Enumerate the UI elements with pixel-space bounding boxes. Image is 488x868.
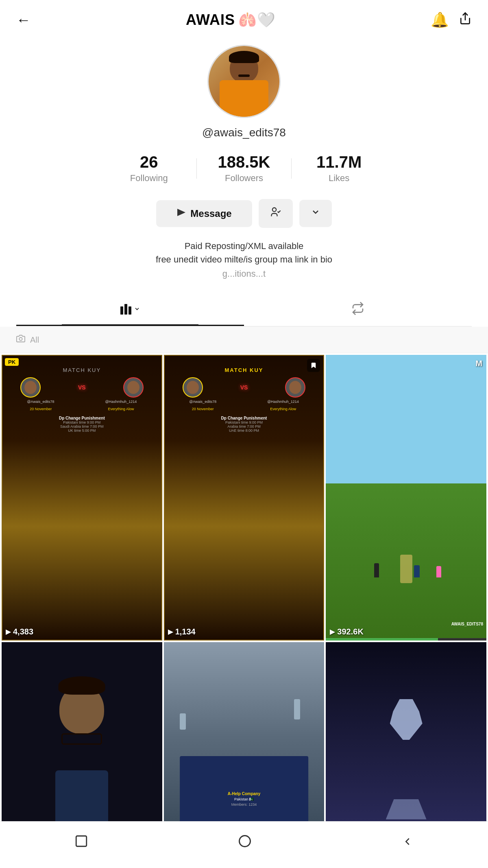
triangle-back-icon	[401, 835, 414, 851]
likes-count: 11.7M	[292, 153, 386, 171]
likes-label: Likes	[292, 173, 386, 184]
followers-stat[interactable]: 188.5K Followers	[197, 149, 292, 188]
watermark-3: AWAIS_EDITS78	[451, 622, 483, 626]
svg-point-4	[239, 836, 250, 847]
message-label: Message	[190, 208, 231, 219]
followers-count: 188.5K	[197, 153, 292, 171]
nav-back-button[interactable]	[389, 831, 426, 855]
header: ← AWAIS 🫁🤍 🔔	[0, 0, 488, 37]
video-thumb-2[interactable]: MATCH KUY VS @Awais_edits78 @Hashmhuh_12…	[164, 355, 325, 641]
bell-icon: 🔔	[431, 11, 449, 28]
circle-icon	[237, 836, 252, 851]
tab-grid-chevron	[134, 304, 140, 315]
video-grid: PK MATCH KUY VS @Awais_edits78 @Hashmhuh	[0, 353, 488, 868]
play-count-1: ▶ 4,383	[6, 627, 33, 636]
share-button[interactable]	[459, 11, 472, 28]
nav-home-button[interactable]	[225, 830, 264, 856]
following-label: Following	[102, 173, 196, 184]
grid-icon	[120, 304, 131, 315]
svg-rect-3	[76, 836, 87, 846]
m-badge-3: M	[475, 359, 482, 368]
send-icon	[176, 208, 186, 220]
back-icon: ←	[16, 11, 31, 28]
following-stat[interactable]: 26 Following	[102, 149, 196, 188]
follow-button[interactable]	[259, 199, 293, 228]
chevron-down-icon	[311, 207, 320, 220]
title-emoji: 🫁🤍	[238, 11, 276, 28]
bottom-nav	[0, 821, 488, 868]
bio-line-2: free unedit video milte/is group ma link…	[156, 253, 332, 266]
more-button[interactable]	[299, 200, 332, 227]
title-text: AWAIS	[186, 11, 235, 28]
svg-point-2	[19, 337, 22, 340]
profile-section: @awais_edits78 26 Following 188.5K Follo…	[0, 37, 488, 327]
tab-repost[interactable]	[244, 294, 472, 326]
header-actions: 🔔	[431, 11, 472, 28]
notification-button[interactable]: 🔔	[431, 11, 449, 28]
filter-label: All	[30, 335, 39, 345]
tab-grid[interactable]	[16, 294, 244, 326]
username: @awais_edits78	[202, 126, 286, 139]
likes-stat[interactable]: 11.7M Likes	[292, 149, 386, 188]
play-count-3: ▶ 392.6K	[330, 627, 364, 636]
play-icon: ▶	[330, 628, 335, 636]
action-buttons: Message	[156, 199, 331, 228]
bio-line-3: g...itions...t	[156, 269, 332, 279]
svg-point-1	[272, 208, 276, 212]
play-count-2: ▶ 1,134	[168, 627, 196, 636]
camera-icon	[16, 334, 25, 345]
repost-icon	[351, 302, 364, 318]
play-icon: ▶	[168, 628, 173, 636]
following-count: 26	[102, 153, 196, 171]
page-title: AWAIS 🫁🤍	[186, 11, 276, 28]
video-thumb-1[interactable]: PK MATCH KUY VS @Awais_edits78 @Hashmhuh	[2, 355, 162, 641]
followers-label: Followers	[197, 173, 292, 184]
avatar[interactable]	[207, 45, 281, 118]
person-arrows-icon	[270, 206, 281, 221]
filter-bar: All	[0, 327, 488, 353]
nav-square-button[interactable]	[62, 830, 100, 855]
message-button[interactable]: Message	[156, 200, 252, 227]
tabs	[16, 294, 472, 327]
play-icon: ▶	[6, 628, 11, 636]
stats-row: 26 Following 188.5K Followers 11.7M Like…	[102, 149, 386, 188]
bio-section: Paid Reposting/XML available free unedit…	[139, 239, 349, 279]
back-button[interactable]: ←	[16, 11, 31, 28]
square-icon	[74, 835, 88, 851]
share-icon	[459, 11, 472, 28]
bio-line-1: Paid Reposting/XML available	[156, 239, 332, 253]
video-thumb-3[interactable]: M AWAIS_EDITS78 ▶ 392.6K	[326, 355, 486, 641]
